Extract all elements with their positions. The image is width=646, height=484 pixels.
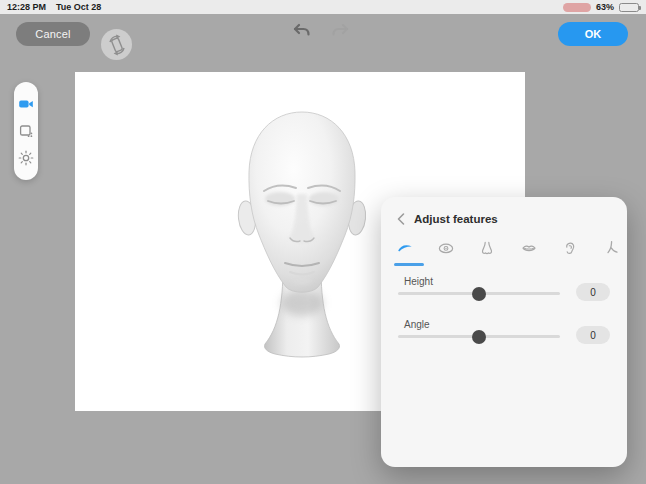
feature-tabs [394, 239, 622, 257]
rotate-orientation-icon [106, 34, 128, 56]
nose-icon [477, 239, 497, 257]
selected-tab-underline [394, 263, 424, 266]
undo-button[interactable] [292, 23, 311, 43]
cancel-button-label: Cancel [35, 28, 70, 40]
ok-button-label: OK [585, 28, 602, 40]
tab-eye[interactable] [435, 239, 457, 257]
tab-nose[interactable] [476, 239, 498, 257]
height-label: Height [404, 276, 433, 287]
cancel-button[interactable]: Cancel [16, 22, 90, 46]
eyebrow-icon [395, 239, 415, 257]
tab-jaw[interactable] [600, 239, 622, 257]
battery-icon [619, 3, 639, 12]
tool-brightness[interactable] [18, 150, 34, 166]
battery-percent-label: 63% [596, 2, 614, 12]
redo-button[interactable] [331, 23, 350, 43]
tool-rail [14, 82, 38, 180]
video-camera-icon [18, 96, 34, 112]
angle-label: Angle [404, 319, 430, 330]
chevron-left-icon [396, 212, 406, 226]
undo-icon [292, 23, 311, 39]
back-button[interactable] [394, 212, 408, 226]
panel-title: Adjust features [414, 213, 498, 225]
tool-transform[interactable] [18, 123, 34, 139]
height-slider[interactable] [398, 292, 560, 295]
angle-slider[interactable] [398, 335, 560, 338]
jaw-icon [601, 239, 621, 257]
rotate-orientation-button[interactable] [101, 29, 132, 60]
height-slider-row: Height 0 [398, 276, 610, 316]
redo-icon [331, 23, 350, 39]
eye-icon [436, 239, 456, 257]
tab-mouth[interactable] [518, 239, 540, 257]
ok-button[interactable]: OK [558, 22, 628, 46]
panel-header: Adjust features [381, 210, 627, 228]
tool-camera[interactable] [18, 96, 34, 112]
angle-slider-thumb[interactable] [472, 330, 486, 344]
brightness-icon [18, 150, 34, 166]
recording-indicator [563, 3, 591, 12]
status-date: Tue Oct 28 [56, 2, 101, 12]
mouth-icon [519, 239, 539, 257]
transform-icon [18, 123, 34, 139]
ear-icon [560, 239, 580, 257]
tab-ear[interactable] [559, 239, 581, 257]
status-bar: 12:28 PM Tue Oct 28 63% [0, 0, 646, 14]
angle-value: 0 [576, 326, 610, 344]
angle-slider-row: Angle 0 [398, 319, 610, 359]
height-value: 0 [576, 283, 610, 301]
height-slider-thumb[interactable] [472, 287, 486, 301]
adjust-features-panel: Adjust features [381, 197, 627, 467]
status-time: 12:28 PM [7, 2, 46, 12]
tab-eyebrow[interactable] [394, 239, 416, 257]
